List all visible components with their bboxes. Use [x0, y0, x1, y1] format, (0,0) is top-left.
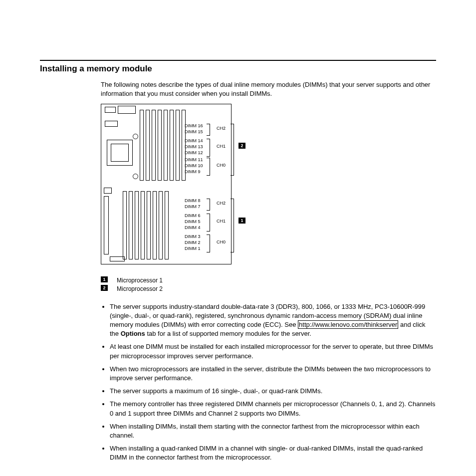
index-badge-1: 1 [238, 218, 245, 224]
section-rule [40, 60, 436, 61]
notes-list: The server supports industry-standard do… [101, 302, 436, 463]
list-item: The server supports industry-standard do… [110, 302, 436, 339]
legend-index-1: 1 [101, 276, 108, 282]
list-item: When installing a quad-ranked DIMM in a … [110, 444, 436, 462]
diagram-legend: 1 Microprocessor 1 2 Microprocessor 2 [101, 276, 436, 293]
legend-index-2: 2 [101, 285, 108, 291]
thinkserver-link[interactable]: http://www.lenovo.com/thinkserver [298, 320, 398, 329]
section-heading: Installing a memory module [40, 64, 436, 74]
document-page: Installing a memory module The following… [0, 0, 476, 476]
intro-paragraph: The following notes describe the types o… [101, 80, 436, 98]
legend-text-1: Microprocessor 1 [117, 276, 163, 285]
list-item: At least one DIMM must be installed for … [110, 342, 436, 360]
list-item: When two microprocessors are installed i… [110, 365, 436, 383]
motherboard-diagram: DIMM 16 DIMM 15 DIMM 14 DIMM 13 DIMM 12 … [101, 104, 285, 273]
index-badge-2: 2 [238, 143, 245, 149]
list-item: The memory controller has three register… [110, 400, 436, 418]
list-item: The server supports a maximum of 16 sing… [110, 387, 436, 396]
legend-text-2: Microprocessor 2 [117, 285, 163, 293]
list-item: When installing DIMMs, install them star… [110, 422, 436, 440]
